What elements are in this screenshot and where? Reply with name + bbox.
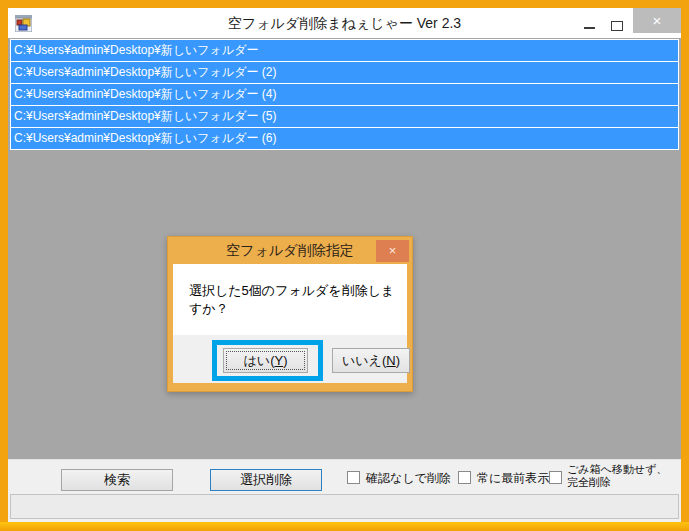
no-button[interactable]: いいえ(N): [332, 348, 410, 373]
app-window: 空フォルダ削除まねぇじゃー Ver 2.3 × C:¥Users¥admin¥D…: [0, 0, 689, 531]
list-item[interactable]: C:¥Users¥admin¥Desktop¥新しいフォルダー (5): [11, 106, 678, 127]
checkbox-label: ごみ箱へ移動せず、完全削除: [567, 463, 667, 489]
list-item[interactable]: C:¥Users¥admin¥Desktop¥新しいフォルダー: [11, 40, 678, 61]
confirm-dialog: 空フォルダ削除指定 × 選択した5個のフォルダを削除しますか？ はい(Y) いい…: [167, 236, 413, 392]
list-item[interactable]: C:¥Users¥admin¥Desktop¥新しいフォルダー (2): [11, 62, 678, 83]
status-panel: [10, 494, 679, 519]
dialog-body: 選択した5個のフォルダを削除しますか？: [173, 264, 407, 335]
checkbox-label: 常に最前表示: [477, 470, 549, 487]
dialog-close-icon[interactable]: ×: [376, 240, 409, 262]
maximize-icon[interactable]: [611, 21, 623, 31]
yes-button[interactable]: はい(Y): [223, 348, 308, 373]
delete-selected-button[interactable]: 選択削除: [210, 469, 322, 491]
checkbox-icon[interactable]: [347, 471, 360, 484]
client-area: C:¥Users¥admin¥Desktop¥新しいフォルダー C:¥Users…: [8, 38, 681, 459]
search-button[interactable]: 検索: [61, 469, 173, 491]
minimize-icon[interactable]: [584, 27, 595, 29]
checkbox-icon[interactable]: [549, 471, 562, 484]
checkbox-icon[interactable]: [458, 471, 471, 484]
titlebar: 空フォルダ削除まねぇじゃー Ver 2.3 ×: [8, 8, 681, 38]
no-button-label: いいえ(N): [342, 352, 400, 370]
list-item[interactable]: C:¥Users¥admin¥Desktop¥新しいフォルダー (6): [11, 128, 678, 149]
dialog-message: 選択した5個のフォルダを削除しますか？: [173, 282, 407, 318]
yes-button-label: はい(Y): [244, 352, 288, 370]
close-icon[interactable]: ×: [633, 8, 681, 33]
folder-listbox: C:¥Users¥admin¥Desktop¥新しいフォルダー C:¥Users…: [10, 39, 679, 150]
window-title: 空フォルダ削除まねぇじゃー Ver 2.3: [8, 8, 681, 38]
list-item[interactable]: C:¥Users¥admin¥Desktop¥新しいフォルダー (4): [11, 84, 678, 105]
window-bottom-border: [0, 522, 689, 531]
bottom-bar: 検索 選択削除 確認なしで削除 常に最前表示 ごみ箱へ移動せず、完全削除: [8, 459, 681, 522]
checkbox-label: 確認なしで削除: [366, 470, 451, 487]
